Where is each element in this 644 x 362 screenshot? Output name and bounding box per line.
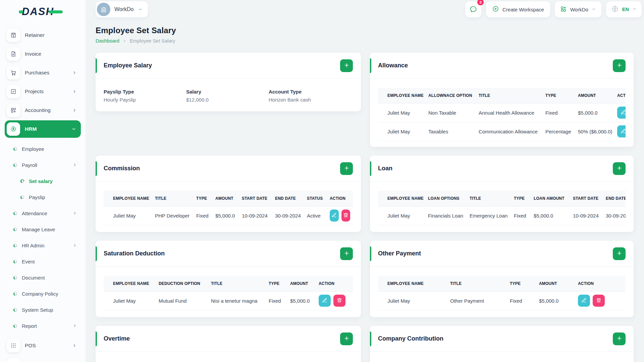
app-window: DASH RetainerInvoicePurchasesProjectsAcc… — [0, 0, 644, 362]
sidebar-item-accounting[interactable]: Accounting — [0, 101, 86, 120]
sidebar-item-crm[interactable]: CRM — [0, 355, 86, 362]
delete-button[interactable] — [341, 209, 351, 222]
sidebar-subitem-set-salary[interactable]: Set salary — [0, 173, 86, 189]
logo-accent-bar — [49, 10, 63, 13]
sidebar-item-purchases[interactable]: Purchases — [0, 63, 86, 82]
card-title: Loan — [378, 165, 392, 172]
table-header-row: EMPLOYEE NAMETITLETYPEAMOUNTSTART DATEEN… — [104, 191, 353, 206]
sidebar-subitem-payslip[interactable]: Payslip — [0, 189, 86, 205]
trash-icon — [343, 213, 348, 219]
sidebar-item-retainer[interactable]: Retainer — [0, 26, 86, 45]
messages-button[interactable]: 0 — [465, 1, 481, 17]
add-commission-button[interactable] — [340, 162, 353, 175]
language-selector[interactable]: EN — [606, 1, 642, 17]
add-employee-salary-button[interactable] — [340, 59, 353, 72]
breadcrumb-dashboard-link[interactable]: Dashboard — [96, 38, 119, 44]
pencil-icon — [322, 298, 327, 304]
breadcrumb-current: Employee Set Salary — [130, 38, 175, 44]
sidebar-subitem-document[interactable]: Document — [0, 269, 86, 286]
chevron-down-icon — [632, 7, 637, 12]
messages-count-badge: 0 — [477, 0, 484, 5]
sidebar-subitem-system-setup[interactable]: System Setup — [0, 302, 86, 318]
delete-button[interactable] — [593, 295, 605, 307]
saturation-deduction-card: Saturation Deduction EMPLOYEE NAMEDEDUCT… — [96, 241, 361, 317]
column-header: AMOUNT — [290, 276, 319, 291]
workdo-apps-button[interactable]: WorkDo — [555, 1, 601, 17]
edit-button[interactable] — [578, 295, 590, 307]
sidebar-item-label: HRM — [25, 126, 37, 132]
other-payment-card: Other Payment EMPLOYEE NAMETITLETYPEAMOU… — [370, 241, 634, 317]
table-cell: Nisi a tenetur magna — [211, 291, 269, 310]
card-body: EMPLOYEE NAMEDEDUCTION OPTIONTITLETYPEAM… — [96, 276, 361, 310]
sidebar-nav-hrm-submenu: EmployeePayrollSet salaryPayslipAttendan… — [0, 138, 86, 334]
sidebar: DASH RetainerInvoicePurchasesProjectsAcc… — [0, 0, 86, 362]
salary-field: Salary $12,000.0 — [186, 89, 269, 103]
sidebar-subitem-employee[interactable]: Employee — [0, 141, 86, 157]
sidebar-subitem-report[interactable]: Report — [0, 318, 86, 334]
add-allowance-button[interactable] — [613, 59, 626, 72]
workspace-selector[interactable]: WorkDo — [96, 1, 148, 17]
sidebar-subitem-payroll[interactable]: Payroll — [0, 157, 86, 173]
edit-button[interactable] — [319, 295, 331, 307]
column-header: TYPE — [514, 191, 534, 206]
table-cell: Communication Allowance — [479, 122, 545, 141]
invoice-icon — [7, 47, 20, 61]
commission-table: EMPLOYEE NAMETITLETYPEAMOUNTSTART DATEEN… — [104, 191, 353, 225]
column-header: AMOUNT — [215, 191, 242, 206]
edit-button[interactable] — [617, 107, 626, 119]
actions-cell — [617, 122, 626, 141]
sidebar-subitem-event[interactable]: Event — [0, 253, 86, 269]
retainer-icon — [7, 28, 20, 42]
column-header: TYPE — [510, 276, 539, 291]
table-header-row: EMPLOYEE NAMETITLETYPEAMOUNTACTION — [378, 276, 626, 291]
pos-icon — [7, 339, 20, 352]
top-actions: 0 Create Workspace WorkDo — [465, 1, 642, 17]
table-cell: Fixed — [545, 103, 578, 122]
table-cell: Emergency Loan — [470, 206, 514, 225]
edit-button[interactable] — [617, 125, 626, 137]
sidebar-item-label: Projects — [25, 88, 44, 95]
sidebar-subitem-attendance[interactable]: Attendance — [0, 205, 86, 221]
delete-button[interactable] — [333, 295, 345, 307]
sidebar-item-hrm[interactable]: HRM — [5, 120, 81, 138]
create-workspace-button[interactable]: Create Workspace — [486, 1, 550, 17]
add-other-payment-button[interactable] — [613, 247, 626, 260]
plus-icon — [344, 336, 350, 342]
column-header: START DATE — [573, 191, 606, 206]
sidebar-item-projects[interactable]: Projects — [0, 82, 86, 101]
bullet-icon — [20, 195, 24, 199]
table-row: Juliet MayOther PaymentFixed$5,000.0 — [378, 291, 626, 310]
sidebar-subitem-manage-leave[interactable]: Manage Leave — [0, 221, 86, 237]
table-row: Juliet MayPHP DeveloperFixed$5,000.010-0… — [104, 206, 353, 225]
purchases-icon — [7, 66, 20, 79]
column-header: END DATE — [275, 191, 307, 206]
card-body: Payslip Type Hourly Payslip Salary $12,0… — [96, 79, 361, 103]
field-label: Salary — [186, 89, 269, 95]
bullet-icon — [13, 324, 17, 328]
add-overtime-button[interactable] — [340, 333, 353, 345]
column-header: TYPE — [196, 191, 215, 206]
sidebar-item-pos[interactable]: POS — [0, 336, 86, 355]
table-cell: Fixed — [269, 291, 290, 310]
sidebar-subitem-hr-admin[interactable]: HR Admin — [0, 237, 86, 253]
dash-logo: DASH — [0, 0, 86, 23]
chevron-down-icon — [71, 127, 76, 131]
table-cell: Juliet May — [378, 291, 450, 310]
add-loan-button[interactable] — [613, 162, 626, 175]
sidebar-item-invoice[interactable]: Invoice — [0, 45, 86, 63]
sidebar-subitem-company-policy[interactable]: Company Policy — [0, 286, 86, 302]
table-cell: Financials Loan — [428, 206, 470, 225]
sidebar-item-label: Invoice — [25, 51, 41, 57]
add-saturation-deduction-button[interactable] — [340, 247, 353, 260]
workspace-avatar-building-icon — [97, 3, 110, 16]
table-cell: 30-09-2024 — [606, 206, 626, 225]
page-content: Employee Set Salary Dashboard Employee S… — [86, 17, 644, 362]
add-company-contribution-button[interactable] — [613, 333, 626, 345]
table-cell: Taxables — [428, 122, 479, 141]
saturation-deduction-table: EMPLOYEE NAMEDEDUCTION OPTIONTITLETYPEAM… — [104, 276, 353, 310]
circle-plus-icon — [492, 5, 499, 13]
bullet-icon — [13, 276, 17, 280]
edit-button[interactable] — [330, 209, 339, 222]
pencil-icon — [581, 298, 587, 304]
allowance-card: Allowance EMPLOYEE NAMEALLOWNACE OPTIONT… — [370, 53, 634, 147]
